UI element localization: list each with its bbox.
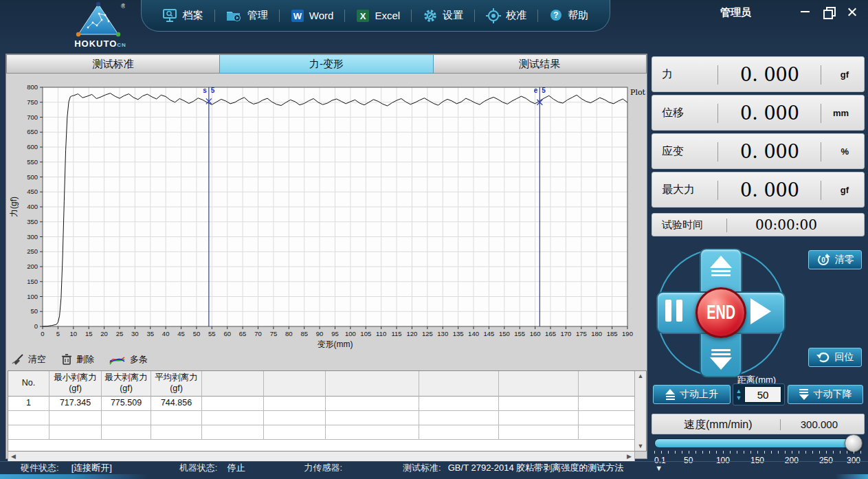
scroll-right-icon[interactable]: ▶ [627, 453, 632, 460]
chart-canvas[interactable]: 0510152025303540455055606570758085909510… [7, 74, 647, 350]
clear-curves-button[interactable]: 清空 [12, 353, 46, 366]
test-standard-label: 测试标准: [403, 462, 441, 474]
tab-test-results[interactable]: 测试结果 [434, 54, 647, 74]
delete-curve-button[interactable]: 删除 [61, 353, 94, 366]
tab-strip: 测试标准 力-变形 测试结果 [6, 54, 647, 74]
table-header-empty [579, 371, 634, 397]
test-standard-value[interactable]: GB/T 2792-2014 胶粘带剥离强度的测试方法 [448, 462, 624, 474]
jog-up-icon [665, 389, 675, 400]
speed-value: 300.000 [801, 419, 838, 430]
minimize-icon[interactable] [799, 5, 812, 18]
table-row[interactable]: 1 717.345 775.509 744.856 [8, 397, 634, 411]
move-down-button[interactable] [699, 349, 743, 370]
speed-slider[interactable] [654, 438, 860, 448]
svg-text:115: 115 [392, 330, 402, 337]
menu-separator [411, 10, 412, 22]
close-icon[interactable] [846, 5, 858, 18]
svg-text:20: 20 [100, 330, 108, 337]
menu-label: Word [309, 10, 334, 21]
svg-text:70: 70 [254, 330, 262, 337]
svg-text:650: 650 [27, 128, 38, 135]
svg-text:175: 175 [576, 330, 587, 337]
svg-text:90: 90 [316, 330, 324, 337]
speed-display: 速度(mm/min) 300.000 [652, 414, 865, 434]
svg-text:s: s [203, 87, 207, 94]
distance-input[interactable] [744, 386, 781, 403]
excel-icon: X [356, 9, 370, 23]
svg-text:130: 130 [437, 330, 448, 337]
svg-text:50: 50 [30, 307, 38, 315]
play-icon [750, 298, 771, 324]
readout-label: 位移 [662, 106, 684, 120]
scroll-down-icon[interactable]: ▼ [638, 443, 644, 449]
calibrate-target-icon [486, 8, 501, 23]
home-label: 回位 [835, 351, 854, 364]
jog-down-button[interactable]: 寸动下降 [788, 385, 863, 404]
standard-dropdown-icon[interactable]: ▼ [655, 464, 663, 472]
trash-icon [61, 353, 72, 366]
table-header-empty [202, 371, 264, 397]
svg-text:25: 25 [116, 330, 124, 337]
jog-up-button[interactable]: 寸动上升 [653, 385, 731, 404]
svg-text:65: 65 [239, 330, 247, 337]
cell-avg-peel: 744.856 [151, 397, 202, 411]
menu-label: 帮助 [568, 9, 588, 22]
move-up-button[interactable] [699, 256, 743, 276]
menu-label: 管理 [247, 9, 268, 22]
menu-item-word[interactable]: W Word [284, 6, 341, 25]
menu-item-excel[interactable]: X Excel [349, 6, 407, 25]
svg-text:450: 450 [27, 188, 38, 195]
svg-text:155: 155 [514, 330, 525, 337]
svg-text:5: 5 [211, 87, 215, 94]
multi-curve-button[interactable]: 多条 [109, 353, 148, 366]
svg-text:150: 150 [499, 330, 510, 337]
table-row-empty[interactable] [8, 425, 634, 440]
tab-force-deformation[interactable]: 力-变形 [220, 54, 433, 74]
zero-label: 清零 [835, 254, 854, 266]
jog-down-label: 寸动下降 [814, 388, 852, 401]
multi-curve-icon [109, 353, 126, 366]
svg-text:120: 120 [407, 330, 418, 337]
menu-item-help[interactable]: ? 帮助 [542, 6, 595, 25]
end-button[interactable]: END [695, 287, 746, 338]
svg-text:55: 55 [208, 330, 216, 337]
svg-text:95: 95 [331, 330, 339, 337]
svg-text:750: 750 [27, 98, 38, 106]
spinner-down-icon[interactable]: ▼ [736, 395, 742, 401]
menu-item-settings[interactable]: 设置 [416, 5, 470, 26]
svg-text:190: 190 [622, 330, 633, 337]
table-header-empty [264, 371, 326, 397]
restore-icon[interactable] [823, 5, 835, 18]
scroll-left-icon[interactable]: ◀ [11, 453, 16, 460]
pause-button[interactable] [665, 300, 682, 322]
svg-text:60: 60 [223, 330, 231, 337]
status-bar: 硬件状态: [连接断开] 机器状态: 停止 力传感器: 测试标准: GB/T 2… [0, 461, 868, 474]
logo-suffix-text: CN [117, 42, 126, 48]
current-user-label: 管理员 [720, 6, 751, 19]
table-header-max-peel: 最大剥离力(gf) [102, 371, 151, 397]
table-header-empty [326, 371, 419, 397]
menu-item-files[interactable]: 档案 [156, 6, 210, 25]
menu-item-calibrate[interactable]: 校准 [479, 5, 533, 26]
menu-separator [474, 10, 475, 22]
speed-slider-knob[interactable] [845, 434, 863, 452]
timer-label: 试验时间 [662, 219, 703, 232]
zero-button[interactable]: 0 清零 [808, 250, 862, 269]
machine-status-label: 机器状态: [179, 462, 218, 474]
svg-text:170: 170 [560, 330, 571, 337]
tab-test-standard[interactable]: 测试标准 [6, 54, 220, 74]
return-home-button[interactable]: 回位 [808, 348, 862, 367]
scroll-up-icon[interactable]: ▲ [638, 372, 644, 379]
svg-text:160: 160 [530, 330, 541, 337]
table-horizontal-scrollbar[interactable]: ◀▶ [8, 452, 635, 462]
svg-text:185: 185 [607, 330, 618, 337]
table-vertical-scrollbar[interactable]: ▲▼ [634, 371, 646, 451]
readout-test-time: 试验时间 00:00:00 [652, 213, 865, 236]
start-button[interactable] [750, 298, 771, 324]
menu-label: Excel [375, 10, 400, 21]
spinner-up-icon[interactable]: ▲ [736, 388, 742, 394]
svg-text:30: 30 [131, 330, 139, 337]
menu-item-manage[interactable]: 管理 [219, 6, 275, 25]
end-label: END [706, 300, 735, 324]
table-row-empty[interactable] [8, 411, 634, 425]
